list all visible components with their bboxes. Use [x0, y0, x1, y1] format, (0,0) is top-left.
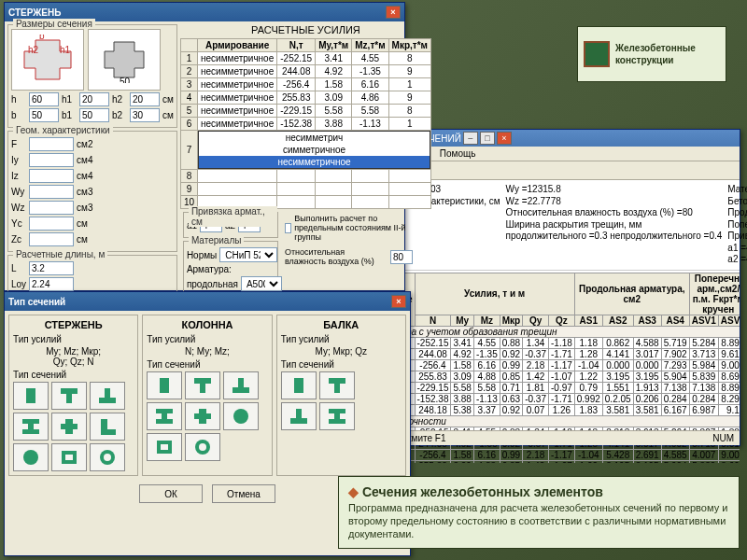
svg-rect-16 — [294, 378, 303, 393]
minimize-button[interactable]: – — [463, 132, 478, 145]
input-Loy[interactable] — [29, 277, 74, 291]
select-norm[interactable]: СНиП 52.01.0 — [219, 247, 277, 262]
input-h[interactable] — [29, 92, 59, 106]
section-rect-icon[interactable] — [281, 371, 317, 399]
input-b1[interactable] — [79, 108, 109, 122]
window-sterzhen: СТЕРЖЕНЬ × Размеры сечения h2h1b 50 hh1h… — [4, 2, 405, 291]
input-h2[interactable] — [130, 92, 160, 106]
section-circle-icon[interactable] — [223, 402, 259, 430]
info-title: Сечения железобетонных элементов — [348, 484, 729, 499]
group-geom: Геом. характеристики Fсм2 Iyсм4 Izсм4 Wy… — [7, 131, 177, 252]
close-button[interactable]: × — [391, 295, 406, 308]
svg-text:h1: h1 — [60, 45, 71, 55]
cancel-button[interactable]: Отмена — [212, 484, 275, 503]
reinforcement-dropdown[interactable]: несимметричсимметричноенесимметричное — [198, 131, 430, 169]
svg-text:b: b — [39, 35, 45, 41]
cross-section-icon: h2h1b — [19, 35, 77, 85]
window-title: Тип сечений — [8, 297, 65, 307]
close-button[interactable]: × — [497, 132, 512, 145]
section-rect-icon[interactable] — [13, 382, 49, 410]
section-tee-icon[interactable] — [319, 371, 355, 399]
section-tee-icon[interactable] — [51, 382, 87, 410]
menu-help[interactable]: Помощь — [440, 148, 476, 159]
input-b[interactable] — [29, 108, 59, 122]
window-title: СТЕРЖЕНЬ — [8, 7, 61, 18]
svg-point-11 — [233, 409, 248, 424]
ok-button[interactable]: ОК — [139, 484, 203, 503]
group-sizes: Размеры сечения h2h1b 50 hh1h2см bb1b2см — [7, 24, 177, 128]
checkbox-limit-state[interactable] — [285, 223, 291, 233]
type-column-колонна: КОЛОННА Тип усилий N; My; Mz; Тип сечени… — [142, 315, 272, 476]
section-cross-icon[interactable] — [185, 402, 220, 430]
section-box-icon[interactable] — [51, 443, 87, 471]
section-ibeam-icon[interactable] — [147, 402, 182, 430]
svg-point-15 — [199, 443, 206, 451]
svg-text:50: 50 — [120, 77, 131, 83]
input-h1[interactable] — [79, 92, 109, 106]
svg-point-5 — [23, 450, 38, 465]
input-Iz[interactable] — [29, 169, 74, 183]
forces-table[interactable]: АрмированиеN,тMy,т*мMz,т*мМкр,т*м1несимм… — [180, 38, 431, 209]
section-rect-icon[interactable] — [147, 371, 182, 399]
section-ring-icon[interactable] — [90, 443, 125, 471]
input-humidity[interactable] — [390, 250, 413, 264]
section-preview-annotated: h2h1b — [11, 29, 84, 91]
info-text: Программа предназначена для расчета желе… — [348, 502, 729, 540]
close-button[interactable]: × — [386, 6, 401, 19]
forces-title: РАСЧЕТНЫЕ УСИЛИЯ — [180, 21, 431, 38]
section-tee-icon[interactable] — [185, 371, 220, 399]
section-preview-plain: 50 — [88, 29, 161, 91]
svg-point-9 — [104, 454, 111, 461]
section-ring-icon[interactable] — [185, 433, 220, 461]
input-L[interactable] — [29, 261, 74, 275]
section-itee-icon[interactable] — [281, 402, 317, 430]
section-cross-icon[interactable] — [51, 413, 87, 441]
section-itee-icon[interactable] — [223, 371, 259, 399]
info-panel: Сечения железобетонных элементов Програм… — [338, 476, 740, 549]
input-F[interactable] — [29, 137, 74, 151]
section-ibeam-icon[interactable] — [319, 402, 355, 430]
svg-rect-7 — [65, 455, 73, 460]
logo-icon — [584, 41, 610, 67]
input-Iy[interactable] — [29, 153, 74, 167]
status-numlock: NUM — [712, 433, 734, 443]
svg-rect-10 — [160, 378, 169, 393]
select-long-reinf[interactable]: A500 — [241, 276, 282, 291]
section-circle-icon[interactable] — [13, 443, 49, 471]
titlebar-types[interactable]: Тип сечений × — [5, 292, 410, 311]
input-b2[interactable] — [130, 108, 160, 122]
group-binding: Привязка армат., см a1a2 — [183, 212, 278, 238]
type-column-стержень: СТЕРЖЕНЬ Тип усилий My; Mz; Mкр; Qy; Qz;… — [8, 315, 138, 476]
app-logo-panel: Железобетонныеконструкции — [577, 26, 726, 82]
svg-rect-4 — [26, 388, 35, 403]
type-column-балка: БАЛКА Тип усилий My; Mкр; Qz Тип сечений — [276, 315, 406, 476]
maximize-button[interactable]: □ — [480, 132, 495, 145]
svg-text:h2: h2 — [28, 45, 39, 55]
section-itee-icon[interactable] — [90, 382, 125, 410]
cross-section-icon: 50 — [97, 36, 151, 83]
section-ell-icon[interactable] — [90, 413, 125, 441]
logo-text: Железобетонныеконструкции — [615, 42, 696, 66]
section-box-icon[interactable] — [147, 433, 182, 461]
input-Wz[interactable] — [29, 201, 74, 215]
section-ibeam-icon[interactable] — [13, 413, 49, 441]
input-Yc[interactable] — [29, 217, 74, 231]
input-Wy[interactable] — [29, 185, 74, 199]
input-Zc[interactable] — [29, 232, 74, 246]
svg-rect-13 — [161, 444, 168, 450]
